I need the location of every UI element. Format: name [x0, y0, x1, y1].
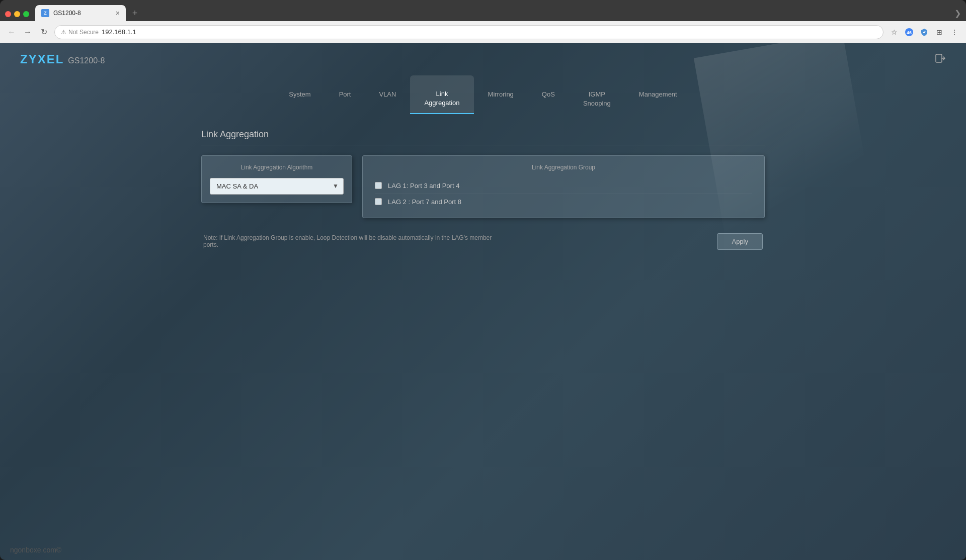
- page-header: ZYXEL GS1200-8: [0, 43, 966, 75]
- lag1-item: LAG 1: Port 3 and Port 4: [375, 178, 752, 194]
- address-bar: ← → ↻ ⚠ Not Secure 192.168.1.1 ☆ 46: [0, 21, 966, 43]
- tab-link-aggregation[interactable]: LinkAggregation: [410, 75, 473, 114]
- footer-watermark: ngonboxe.com©: [10, 546, 61, 554]
- tab-close-button[interactable]: ×: [116, 10, 120, 17]
- reload-button[interactable]: ↻: [38, 27, 49, 38]
- lag1-label: LAG 1: Port 3 and Port 4: [388, 182, 459, 190]
- nav-tabs: System Port VLAN LinkAggregation Mirrori…: [0, 75, 966, 114]
- back-button[interactable]: ←: [6, 27, 17, 38]
- lag2-checkbox[interactable]: [375, 198, 382, 205]
- extensions-button[interactable]: ⊞: [934, 27, 945, 38]
- logo: ZYXEL GS1200-8: [20, 52, 105, 66]
- not-secure-label: Not Secure: [68, 29, 99, 36]
- browser-window: Z GS1200-8 × + ❯ ← → ↻ ⚠ Not Secure 192.…: [0, 0, 966, 560]
- algorithm-select[interactable]: MAC SA & DA MAC SA MAC DA IP SA & DA: [210, 178, 344, 195]
- lag1-checkbox[interactable]: [375, 182, 382, 189]
- minimize-traffic-light[interactable]: [14, 11, 20, 17]
- forward-button[interactable]: →: [22, 27, 33, 38]
- traffic-lights: [5, 11, 29, 21]
- lag2-item: LAG 2 : Port 7 and Port 8: [375, 194, 752, 210]
- menu-button[interactable]: ⋮: [949, 27, 960, 38]
- url-text: 192.168.1.1: [102, 28, 136, 36]
- algorithm-select-wrapper: MAC SA & DA MAC SA MAC DA IP SA & DA ▼: [210, 178, 344, 195]
- tab-port[interactable]: Port: [325, 85, 365, 104]
- note-row: Note: if Link Aggregation Group is enabl…: [201, 233, 765, 250]
- tab-mirroring[interactable]: Mirroring: [474, 85, 528, 104]
- url-bar[interactable]: ⚠ Not Secure 192.168.1.1: [54, 25, 883, 39]
- tab-expand-button[interactable]: ❯: [954, 9, 961, 21]
- logout-button[interactable]: [935, 53, 946, 66]
- address-bar-actions: ☆ 46 ⊞ ⋮: [889, 27, 960, 38]
- lag-card: Link Aggregation Group LAG 1: Port 3 and…: [362, 155, 765, 218]
- tab-vlan[interactable]: VLAN: [365, 85, 410, 104]
- card-row: Link Aggregation Algorithm MAC SA & DA M…: [201, 155, 765, 218]
- lag-card-header: Link Aggregation Group: [375, 164, 752, 171]
- close-traffic-light[interactable]: [5, 11, 11, 17]
- tab-favicon: Z: [41, 9, 49, 17]
- main-content: Link Aggregation Link Aggregation Algori…: [181, 119, 785, 560]
- profiles-button[interactable]: 46: [904, 27, 915, 38]
- shield-button[interactable]: [919, 27, 930, 38]
- page-content: ZYXEL GS1200-8 System Port VLAN Li: [0, 43, 966, 560]
- tab-title: GS1200-8: [53, 10, 112, 17]
- logo-model: GS1200-8: [68, 56, 105, 65]
- algorithm-card: Link Aggregation Algorithm MAC SA & DA M…: [201, 155, 352, 203]
- section-title: Link Aggregation: [201, 129, 765, 145]
- note-text: Note: if Link Aggregation Group is enabl…: [203, 234, 505, 248]
- tab-igmp-snooping[interactable]: IGMPSnooping: [569, 76, 625, 114]
- apply-button[interactable]: Apply: [717, 233, 763, 250]
- maximize-traffic-light[interactable]: [23, 11, 29, 17]
- svg-text:46: 46: [907, 30, 912, 35]
- tab-system[interactable]: System: [275, 85, 325, 104]
- new-tab-button[interactable]: +: [128, 7, 142, 21]
- svg-rect-2: [936, 54, 942, 62]
- lag2-label: LAG 2 : Port 7 and Port 8: [388, 198, 461, 206]
- bookmark-button[interactable]: ☆: [889, 27, 900, 38]
- tab-qos[interactable]: QoS: [528, 85, 569, 104]
- active-tab[interactable]: Z GS1200-8 ×: [35, 5, 126, 21]
- tab-bar: Z GS1200-8 × + ❯: [0, 0, 966, 21]
- security-indicator: ⚠ Not Secure: [61, 29, 99, 36]
- algorithm-card-header: Link Aggregation Algorithm: [210, 164, 344, 171]
- lock-icon: ⚠: [61, 29, 66, 36]
- tab-management[interactable]: Management: [625, 85, 691, 104]
- logo-brand: ZYXEL: [20, 52, 64, 66]
